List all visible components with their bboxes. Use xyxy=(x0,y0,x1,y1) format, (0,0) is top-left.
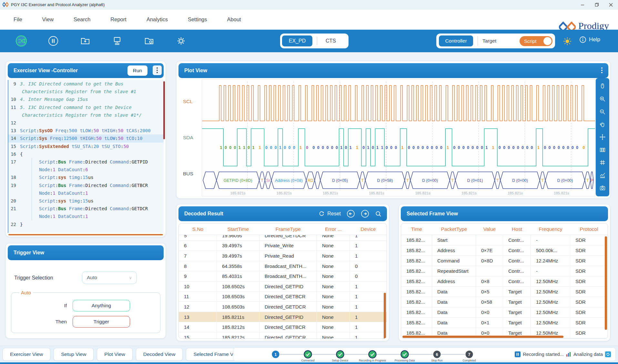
table-row[interactable]: 11108.6503sDirected_GETBCRNone1 xyxy=(179,292,387,302)
col-frametype[interactable]: FrameType xyxy=(259,226,317,232)
script-editor[interactable]: 93. I3C Directed command to get the BusC… xyxy=(8,80,164,233)
run-button[interactable]: Run xyxy=(127,65,147,76)
pan-hand-icon[interactable] xyxy=(598,120,607,129)
editor-vertical-scrollbar[interactable] xyxy=(163,81,165,139)
bus-frame[interactable]: T xyxy=(585,172,590,189)
col-packettype[interactable]: PacketType xyxy=(432,226,476,232)
bus-frame[interactable]: T xyxy=(360,172,365,189)
waveform-canvas[interactable]: 185.821s185.821s185.821s185.821s185.821s… xyxy=(202,79,595,196)
bus-frame[interactable]: D (0×01) xyxy=(455,172,495,189)
device-connect-icon[interactable] xyxy=(111,34,124,47)
run-flow-icon[interactable] xyxy=(15,34,28,47)
camera-icon[interactable] xyxy=(598,184,607,192)
prev-frame-icon[interactable] xyxy=(347,210,355,218)
col-time[interactable]: Time xyxy=(401,226,432,232)
bus-frame[interactable]: T xyxy=(495,172,500,189)
editor-horizontal-scrollbar[interactable] xyxy=(8,234,163,235)
reset-button[interactable]: Reset xyxy=(319,211,341,217)
trigger-selection-dropdown[interactable]: Auto ∨ xyxy=(82,271,137,284)
table-row[interactable]: 739.4997sPrivate_ReadNone1 xyxy=(179,251,387,261)
decoded-vertical-scrollbar[interactable] xyxy=(384,293,386,339)
menu-report[interactable]: Report xyxy=(110,14,127,25)
table-row[interactable]: 10108.6502sDirected_GETPIDNone1 xyxy=(179,281,387,292)
grid-icon[interactable] xyxy=(598,158,607,167)
menu-search[interactable]: Search xyxy=(74,14,90,25)
bus-frame[interactable]: RD xyxy=(306,172,315,189)
menu-analytics[interactable]: Analytics xyxy=(147,14,168,25)
bus-frame[interactable] xyxy=(315,172,320,189)
table-row[interactable]: 185.82...Data0×58Target12.50MHzSDR xyxy=(401,297,608,307)
col-starttime[interactable]: StartTime xyxy=(217,226,259,232)
then-action-button[interactable]: Trigger xyxy=(73,316,130,328)
bus-frame[interactable] xyxy=(203,172,217,189)
bus-frame[interactable]: D (0×00) xyxy=(410,172,450,189)
col-protocol[interactable]: Protocol xyxy=(570,226,608,232)
table-row[interactable]: 185.82...Data0×1Target12.50MHzSDR xyxy=(401,318,608,328)
menu-settings[interactable]: Settings xyxy=(188,14,207,25)
bus-frame[interactable]: P xyxy=(590,172,593,189)
bus-frame[interactable]: Address (0×08) xyxy=(271,172,306,189)
folder-export-icon[interactable] xyxy=(79,34,92,47)
bus-frame[interactable]: Sr xyxy=(265,172,271,189)
bus-frame[interactable]: D (0×58) xyxy=(365,172,405,189)
frame-horizontal-scrollbar[interactable] xyxy=(402,336,563,338)
pause-icon[interactable] xyxy=(47,34,60,47)
bus-frame[interactable]: T xyxy=(450,172,456,189)
table-row[interactable]: 12108.6503sDirected_GETDCRNone1 xyxy=(179,302,387,312)
table-row[interactable]: 185.82...Data0×0Target12.50MHzSDR xyxy=(401,307,608,318)
bus-frame[interactable]: D (0×00) xyxy=(545,172,585,189)
theme-sun-icon[interactable] xyxy=(563,37,572,47)
cursor-mouse-icon[interactable] xyxy=(598,82,607,91)
target-button[interactable]: Target xyxy=(482,38,496,44)
bottom-btn-exerciser-view[interactable]: Exerciser View xyxy=(3,348,50,361)
menu-view[interactable]: View xyxy=(42,14,54,25)
table-row[interactable]: 864.3558sBroadcast_ENTH...None0 xyxy=(179,261,387,271)
exerciser-menu-icon[interactable] xyxy=(153,65,162,75)
help-button[interactable]: Help xyxy=(579,36,600,43)
table-row[interactable]: 639.4997sPrivate_WriteNone1 xyxy=(179,241,387,251)
bottom-btn-setup-view[interactable]: Setup View xyxy=(54,348,94,361)
minimize-icon[interactable] xyxy=(575,0,590,9)
tab-ex-pd[interactable]: EX_PD xyxy=(282,35,312,46)
table-row[interactable]: 185.82...RepeatedStartContr...-SDR xyxy=(401,266,608,276)
table-row[interactable]: 185.82...Address0×7EContr...500.00k...SD… xyxy=(401,245,608,256)
table-row[interactable]: 14185.8212sDirected_GETBCRNone1 xyxy=(179,322,387,332)
bottom-btn-decoded-view[interactable]: Decoded View xyxy=(136,348,183,361)
settings-gear-icon[interactable] xyxy=(175,34,187,47)
col-device[interactable]: Device xyxy=(350,226,387,232)
frame-vertical-scrollbar[interactable] xyxy=(605,236,607,330)
zoom-out-icon[interactable] xyxy=(598,108,607,116)
bottom-btn-plot-view[interactable]: Plot View xyxy=(97,348,132,361)
bus-frame[interactable]: T xyxy=(405,172,410,189)
menu-about[interactable]: About xyxy=(227,14,241,25)
menu-file[interactable]: File xyxy=(14,14,22,25)
controller-button[interactable]: Controller xyxy=(439,35,473,46)
col-host[interactable]: Host xyxy=(503,226,531,232)
bus-frame[interactable]: D (0×00) xyxy=(500,172,540,189)
col-frequency[interactable]: Frequency xyxy=(531,226,570,232)
tab-cts[interactable]: CTS xyxy=(321,38,340,44)
folder-pin-icon[interactable] xyxy=(143,34,156,47)
bus-frame[interactable]: D (0×05) xyxy=(320,172,360,189)
table-row[interactable]: 15185.8212sDirected_GETDCRNone1 xyxy=(179,332,387,339)
close-icon[interactable] xyxy=(604,0,618,9)
move-icon[interactable] xyxy=(598,133,607,141)
table-row[interactable]: 185.82Data0×0Target12.50MHzSDR xyxy=(401,338,608,339)
restore-icon[interactable] xyxy=(590,0,604,9)
col-value[interactable]: Value xyxy=(476,226,503,232)
table-row[interactable]: 185.82...Command0×8DContr...12.24MHzSDR xyxy=(401,256,608,266)
bus-frame[interactable]: GETPID (0×8D) xyxy=(217,172,259,189)
table-row[interactable]: 985.4031sBroadcast_ENTH...None0 xyxy=(179,271,387,281)
table-row[interactable]: 185.82...Data0×5Target12.50MHzSDR xyxy=(401,287,608,297)
columns-icon[interactable] xyxy=(598,146,607,154)
col-sno[interactable]: S.No xyxy=(179,226,217,232)
table-row[interactable]: 519.9609sDirected_GETDCRNone1 xyxy=(179,235,387,241)
col-error[interactable]: Error ... xyxy=(317,226,350,232)
chart-icon[interactable] xyxy=(598,171,607,180)
table-row[interactable]: 185.82...StartContr...-SDR xyxy=(401,235,608,245)
zoom-in-icon[interactable] xyxy=(598,95,607,103)
script-toggle[interactable]: Script xyxy=(520,36,552,46)
bus-frame[interactable]: T xyxy=(259,172,265,189)
if-condition-button[interactable]: Anything xyxy=(73,300,130,311)
plot-menu-icon[interactable] xyxy=(597,65,606,75)
